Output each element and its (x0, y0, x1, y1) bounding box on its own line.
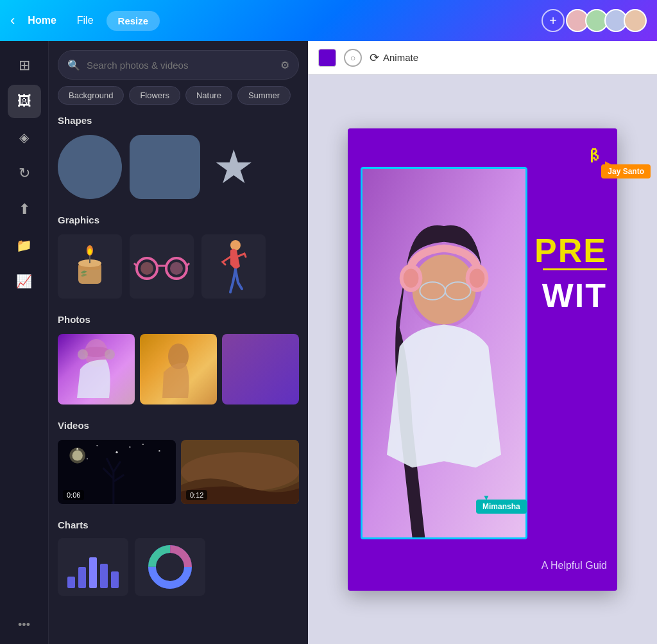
photo-item-2[interactable] (140, 334, 217, 405)
design-text-yellow: PRE (534, 231, 607, 270)
video-duration-1: 0:06 (63, 490, 84, 500)
svg-rect-31 (67, 577, 75, 588)
shapes-section-title: Shapes (58, 115, 299, 126)
bar-chart-svg (64, 544, 122, 589)
tag-pills-container: Background Flowers Nature Summer (49, 86, 308, 112)
filter-icon[interactable]: ⚙ (280, 59, 289, 71)
charts-section-title: Charts (58, 519, 299, 530)
folder-icon: 📁 (16, 238, 32, 253)
headphone-person-svg (363, 169, 525, 537)
video-item-1[interactable]: 0:06 (58, 440, 176, 504)
glasses-svg (133, 250, 191, 283)
upload-icon: ⬆ (19, 201, 30, 218)
sidebar-item-refresh[interactable]: ↻ (8, 157, 41, 190)
svg-rect-33 (89, 557, 97, 588)
svg-point-9 (170, 262, 183, 275)
sidebar-item-chart[interactable]: 📈 (8, 265, 41, 298)
shape-rounded-rect[interactable] (130, 135, 200, 199)
svg-point-23 (142, 444, 144, 445)
sidebar-item-folder[interactable]: 📁 (8, 229, 41, 262)
design-card[interactable]: ꞵ (348, 128, 617, 591)
avatar-4[interactable] (624, 9, 647, 32)
sidebar-more-options[interactable]: ••• (8, 613, 41, 636)
video-duration-2: 0:12 (186, 490, 207, 500)
search-icon: 🔍 (67, 59, 80, 71)
animate-button[interactable]: ⟳ Animate (370, 51, 418, 65)
icon-sidebar: ⊞ 🖼 ◈ ↻ ⬆ 📁 📈 ••• (0, 41, 49, 644)
design-photo-frame[interactable] (361, 167, 527, 539)
back-button[interactable]: ‹ (10, 12, 15, 29)
candle-svg (64, 241, 115, 292)
graphic-candle[interactable] (58, 234, 122, 299)
file-button[interactable]: File (69, 11, 101, 30)
photos-section-title: Photos (58, 314, 299, 325)
graphic-glasses[interactable] (130, 234, 194, 299)
svg-line-11 (134, 263, 137, 266)
panel-content: Shapes ★ Graphics (49, 112, 308, 644)
svg-line-12 (187, 263, 189, 266)
graphics-grid (58, 234, 299, 299)
videos-grid: 0:06 0:12 (58, 440, 299, 504)
photo-placeholder-2 (140, 334, 217, 405)
cursor-label-jay: Jay Santo (601, 164, 651, 178)
resize-button[interactable]: Resize (107, 11, 160, 31)
animate-label: Animate (383, 52, 418, 63)
svg-rect-34 (100, 564, 108, 588)
collaborator-avatars (570, 9, 647, 32)
headphone-person-photo (363, 169, 525, 537)
sidebar-item-layout[interactable]: ⊞ (8, 49, 41, 82)
animate-icon: ⟳ (370, 51, 379, 65)
chart-item-2[interactable] (135, 538, 205, 596)
svg-point-42 (413, 254, 476, 324)
photo-placeholder-3 (222, 334, 299, 405)
photo-placeholder-1 (58, 334, 135, 405)
canvas-area: ○ ⟳ Animate Jay Santo ꞵ (308, 41, 657, 644)
design-logo: ꞵ (590, 144, 599, 165)
transparency-button[interactable]: ○ (344, 49, 362, 67)
sidebar-item-upload[interactable]: ⬆ (8, 193, 41, 226)
canvas-toolbar: ○ ⟳ Animate (308, 41, 657, 74)
shape-circle[interactable] (58, 135, 122, 199)
tag-flowers[interactable]: Flowers (129, 86, 180, 105)
layout-icon: ⊞ (19, 57, 30, 74)
photo-item-1[interactable] (58, 334, 135, 405)
tag-background[interactable]: Background (58, 86, 124, 105)
svg-point-21 (96, 445, 98, 446)
cursor-label-mimansha: Mimansha (476, 500, 527, 514)
sidebar-item-images[interactable]: 🖼 (8, 85, 41, 118)
sidebar-item-shapes[interactable]: ◈ (8, 121, 41, 154)
svg-rect-32 (78, 567, 86, 588)
refresh-icon: ↻ (19, 165, 30, 182)
svg-point-45 (404, 268, 419, 288)
shape-star[interactable]: ★ (208, 141, 259, 193)
chart-icon: 📈 (16, 274, 32, 289)
canvas-content[interactable]: Jay Santo ꞵ (308, 74, 657, 644)
design-underline (543, 268, 607, 270)
chart-item-1[interactable] (58, 538, 128, 596)
svg-point-24 (158, 450, 160, 451)
tag-summer[interactable]: Summer (237, 86, 291, 105)
tag-nature[interactable]: Nature (185, 86, 232, 105)
photo-item-3[interactable] (222, 334, 299, 405)
svg-point-17 (105, 349, 115, 360)
video-item-2[interactable]: 0:12 (181, 440, 299, 504)
star-icon: ★ (213, 144, 255, 190)
search-input[interactable] (87, 60, 274, 71)
svg-point-46 (470, 268, 485, 288)
videos-section-title: Videos (58, 420, 299, 431)
color-swatch[interactable] (318, 49, 336, 67)
home-button[interactable]: Home (20, 11, 64, 30)
graphic-runner[interactable] (201, 234, 266, 299)
add-collaborator-button[interactable]: + (542, 9, 565, 32)
left-panel: 🔍 ⚙ Background Flowers Nature Summer Sha… (49, 41, 308, 644)
svg-point-8 (141, 262, 153, 275)
design-text-white: WIT (542, 276, 607, 315)
runner-svg (218, 238, 250, 295)
top-navigation: ‹ Home File Resize + (0, 0, 657, 41)
photo-person-svg (67, 334, 125, 405)
graphics-section-title: Graphics (58, 214, 299, 225)
svg-point-5 (88, 248, 92, 255)
shapes-diamond-icon: ◈ (19, 130, 29, 145)
svg-point-25 (87, 458, 88, 460)
svg-point-22 (115, 451, 117, 453)
